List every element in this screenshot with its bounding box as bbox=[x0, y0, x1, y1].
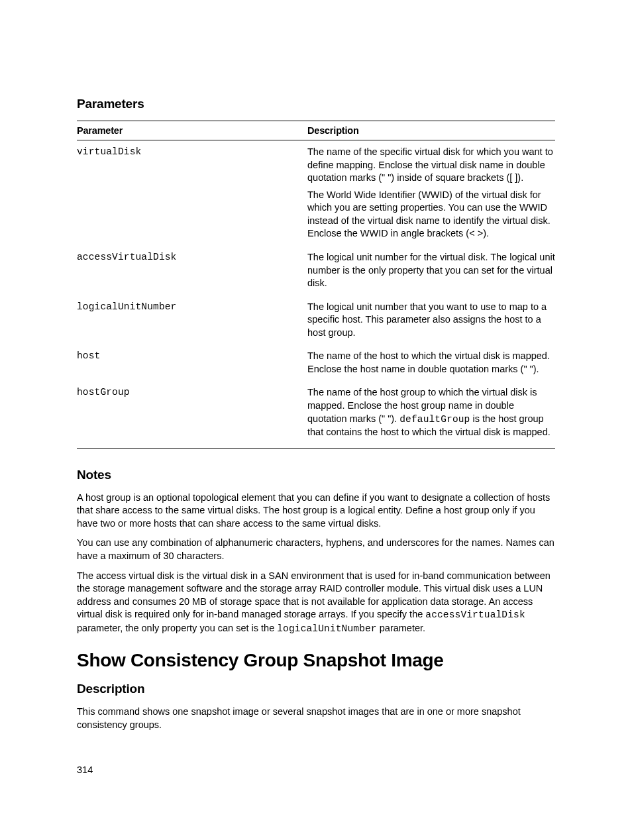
notes-para: You can use any combination of alphanume… bbox=[77, 537, 555, 562]
param-name: logicalUnitNumber bbox=[77, 295, 307, 345]
table-row: host The name of the host to which the v… bbox=[77, 344, 555, 381]
desc-para: The name of the host group to which the … bbox=[307, 386, 555, 439]
inline-code: accessVirtualDisk bbox=[425, 609, 525, 620]
inline-code: logicalUnitNumber bbox=[277, 623, 376, 634]
param-desc: The name of the host group to which the … bbox=[307, 381, 555, 448]
param-name: host bbox=[77, 344, 307, 381]
page-number: 314 bbox=[77, 764, 93, 775]
notes-heading: Notes bbox=[77, 468, 555, 482]
desc-para: The logical unit number that you want to… bbox=[307, 301, 555, 340]
param-desc: The name of the host to which the virtua… bbox=[307, 344, 555, 381]
notes-para: A host group is an optional topological … bbox=[77, 492, 555, 531]
table-row: logicalUnitNumber The logical unit numbe… bbox=[77, 295, 555, 345]
description-heading: Description bbox=[77, 682, 555, 696]
parameters-heading: Parameters bbox=[77, 97, 555, 111]
param-name: virtualDisk bbox=[77, 140, 307, 246]
desc-para: The logical unit number for the virtual … bbox=[307, 251, 555, 290]
table-row: hostGroup The name of the host group to … bbox=[77, 381, 555, 448]
desc-para: The World Wide Identifier (WWID) of the … bbox=[307, 189, 555, 240]
inline-code: defaultGroup bbox=[399, 414, 470, 425]
param-desc: The logical unit number that you want to… bbox=[307, 295, 555, 345]
col-header-description: Description bbox=[307, 121, 555, 140]
desc-para: The name of the host to which the virtua… bbox=[307, 350, 555, 376]
param-desc: The name of the specific virtual disk fo… bbox=[307, 140, 555, 246]
notes-text: parameter, the only property you can set… bbox=[77, 623, 277, 633]
param-name: hostGroup bbox=[77, 381, 307, 448]
notes-text: parameter. bbox=[377, 623, 425, 633]
col-header-parameter: Parameter bbox=[77, 121, 307, 140]
table-row: accessVirtualDisk The logical unit numbe… bbox=[77, 246, 555, 295]
description-body: This command shows one snapshot image or… bbox=[77, 706, 555, 731]
notes-para: The access virtual disk is the virtual d… bbox=[77, 570, 555, 636]
param-name: accessVirtualDisk bbox=[77, 246, 307, 295]
table-row: virtualDisk The name of the specific vir… bbox=[77, 140, 555, 246]
topic-heading: Show Consistency Group Snapshot Image bbox=[77, 650, 555, 671]
parameters-table: Parameter Description virtualDisk The na… bbox=[77, 121, 555, 449]
param-desc: The logical unit number for the virtual … bbox=[307, 246, 555, 295]
desc-para: The name of the specific virtual disk fo… bbox=[307, 146, 555, 185]
